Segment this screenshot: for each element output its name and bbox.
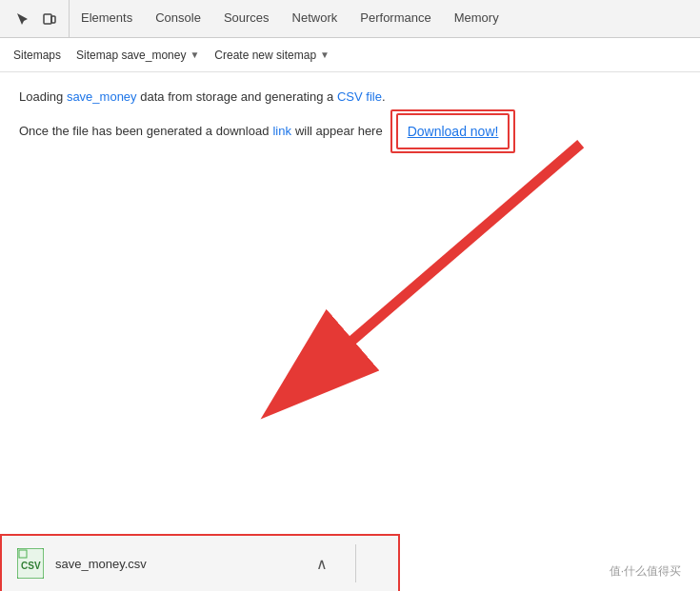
svg-line-3 [276, 144, 581, 406]
breadcrumb-arrow-1: ▼ [190, 49, 199, 60]
tab-performance[interactable]: Performance [349, 0, 442, 37]
cursor-icon[interactable] [11, 8, 34, 30]
tab-network[interactable]: Network [281, 0, 350, 37]
svg-rect-1 [51, 16, 55, 23]
device-icon[interactable] [38, 8, 61, 30]
breadcrumb-sitemaps[interactable]: Sitemaps [8, 45, 67, 66]
download-now-link[interactable]: Download now! [396, 113, 510, 149]
breadcrumb-create-new-sitemap[interactable]: Create new sitemap ▼ [209, 45, 335, 66]
download-now-box: Download now! [390, 109, 516, 153]
svg-rect-0 [44, 14, 51, 24]
main-content: Loading save_money data from storage and… [0, 72, 700, 168]
tab-elements[interactable]: Elements [70, 0, 144, 37]
download-bar-divider [355, 544, 356, 582]
download-bar-content: CSV save_money.csv ∧ [2, 548, 351, 579]
toolbar-icons [4, 0, 70, 37]
tab-sources[interactable]: Sources [212, 0, 281, 37]
status-line1: Loading save_money data from storage and… [19, 88, 681, 108]
tab-memory[interactable]: Memory [443, 0, 510, 37]
svg-text:CSV: CSV [21, 561, 41, 571]
devtools-tabs: Elements Console Sources Network Perform… [70, 0, 696, 37]
download-bar: CSV save_money.csv ∧ [0, 534, 400, 591]
breadcrumb-arrow-2: ▼ [320, 49, 330, 60]
devtools-toolbar: Elements Console Sources Network Perform… [0, 0, 700, 38]
chevron-up-button[interactable]: ∧ [308, 549, 336, 578]
download-filename: save_money.csv [55, 557, 308, 571]
watermark: 值·什么值得买 [610, 563, 681, 580]
tab-console[interactable]: Console [144, 0, 212, 37]
csv-file-icon: CSV [17, 548, 44, 579]
breadcrumb-sitemap-save-money[interactable]: Sitemap save_money ▼ [70, 45, 205, 66]
status-message: Loading save_money data from storage and… [19, 88, 681, 153]
breadcrumb-bar: Sitemaps Sitemap save_money ▼ Create new… [0, 38, 700, 72]
status-line2: Once the file has been generated a downl… [19, 109, 681, 153]
